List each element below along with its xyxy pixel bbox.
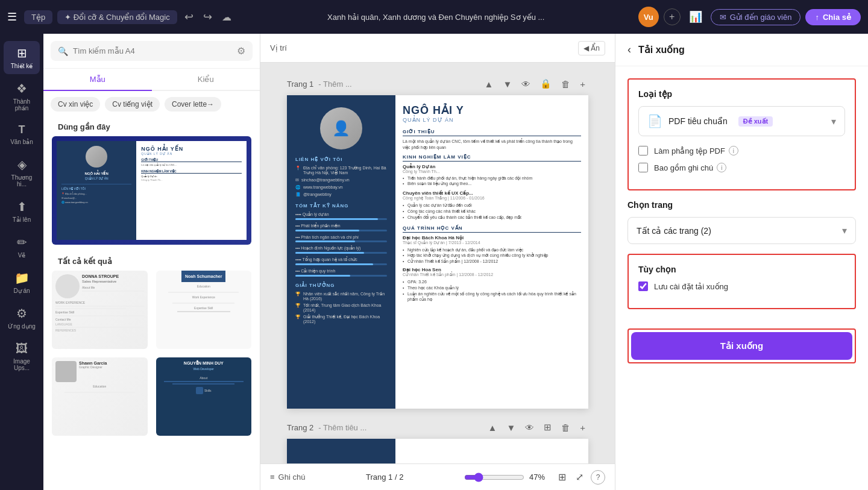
file-tab[interactable]: Tệp [24,10,52,24]
apps-icon: ⚙ [16,306,27,321]
sidebar-item-thiet-ke[interactable]: ⊞ Thiết kế [4,41,40,74]
template-item-shawn[interactable]: Shawn Garcia Graphic Designer Education [51,356,149,437]
page-select-dropdown[interactable]: Tất cả các trang (2) ▾ [627,217,856,244]
page-1-up-button[interactable]: ▲ [482,77,497,90]
fullscreen-button[interactable]: ⤢ [573,471,586,483]
template-item-noah[interactable]: Noah Schumacher Education Work Experienc… [155,269,253,350]
grid-view-button[interactable]: ⊞ [556,471,568,483]
template-preview-noah: Noah Schumacher Education Work Experienc… [156,271,252,349]
filter-icon[interactable]: ⚙ [237,45,245,57]
page-2-down-button[interactable]: ▼ [503,421,518,434]
sidebar-item-image-ups[interactable]: 🖼 Image Ups... [4,337,40,376]
download-panel-header: ‹ Tải xuống [615,34,868,66]
page-1-subtitle: - Thêm ... [318,80,351,89]
chip-cv-xin-viec[interactable]: Cv xin việc [51,97,100,112]
download-button[interactable]: Tải xuống [631,332,852,360]
edu-section: QUÁ TRÌNH HỌC VẤN Đại học Bách Khoa Hà N… [403,225,581,303]
file-type-name: PDF tiêu chuẩn [668,116,728,126]
page-2-preview-button[interactable]: 👁 [522,421,537,434]
back-button[interactable]: ‹ [627,43,631,56]
file-type-left: 📄 PDF tiêu chuẩn Đề xuất [647,114,773,128]
sidebar-item-van-ban[interactable]: T Văn bản [4,119,40,150]
notes-button[interactable]: ≡ Ghi chú [270,473,305,482]
share-button[interactable]: ↑ Chia sẻ [805,9,861,25]
chip-cover-letter[interactable]: Cover lette→ [165,97,221,112]
contact-website: 🌐 www.trangwebbay.vn [295,185,387,190]
all-templates: DONNA STROUPE Sales Representative About… [51,269,253,437]
flatten-info-icon[interactable]: i [729,146,738,155]
resume-awards-section: GIẢI THƯỞNG 🏆Nhân viên xuất sắc nhất năm… [295,283,387,324]
options-section: Tùy chọn Lưu cài đặt tải xuống [627,254,856,309]
search-box: 🔍 ⚙ [51,41,253,61]
save-settings-checkbox[interactable] [638,281,648,291]
avatar[interactable]: Vu [638,7,659,27]
resume-page-1[interactable]: 👤 LIÊN HỆ VỚI TÔI 📍 Địa chỉ văn phòng: 1… [287,95,588,409]
sidebar-item-ve[interactable]: ✏ Vẽ [4,230,40,263]
sidebar-item-thuong-hieu[interactable]: ◈ Thương hi... [4,152,40,192]
tab-kieu[interactable]: Kiểu [152,69,260,90]
page-2-delete-button[interactable]: 🗑 [558,421,573,434]
page-1-lock-button[interactable]: 🔒 [537,77,555,90]
send-to-teacher-button[interactable]: ✉ Gửi đến giáo viên [711,9,801,25]
tab-mau[interactable]: Mẫu [43,69,152,91]
flatten-pdf-checkbox[interactable] [638,146,648,155]
search-input[interactable] [73,46,232,55]
contact-email: ✉ sinchao@trangwebtiny.vn [295,178,387,183]
sidebar-item-du-an[interactable]: 📁 Dự án [4,266,40,299]
sidebar-item-tai-len[interactable]: ⬆ Tải lên [4,195,40,228]
notes-info-icon[interactable]: i [717,163,726,172]
add-account-button[interactable]: + [664,8,681,25]
file-type-dropdown[interactable]: 📄 PDF tiêu chuẩn Đề xuất ▾ [638,106,845,136]
social-icon: 📘 [295,192,301,197]
include-notes-checkbox[interactable] [638,163,648,172]
flatten-pdf-row: Làm phẳng tệp PDF i [638,146,845,155]
menu-icon[interactable]: ☰ [7,10,17,24]
chevron-down-icon: ▾ [831,116,836,127]
include-notes-label: Bao gồm ghi chú i [654,163,726,172]
file-type-section: Loại tệp 📄 PDF tiêu chuẩn Đề xuất ▾ Làm … [627,78,856,190]
canvas-area: Vị trí ◀ Ẩn Trang 1 - Thêm ... ▲ ▼ 👁 🔒 🗑 [260,34,615,490]
sidebar-item-ung-dung[interactable]: ⚙ Ứng dụng [4,301,40,335]
skill-bar-5 [295,263,387,265]
page-1-delete-button[interactable]: 🗑 [558,77,573,90]
page-2-label-row: Trang 2 - Thêm tiêu ... ▲ ▼ 👁 ⊞ 🗑 + [287,421,588,434]
hide-panel-button[interactable]: ◀ Ẩn [578,41,605,55]
template-item-recent[interactable]: NGÔ HẢI YẾN QUẢN LÝ DỰ ÁN LIÊN HỆ VỚI TÔ… [51,135,253,246]
bottom-bar: ≡ Ghi chú Trang 1 / 2 47% ⊞ ⤢ ? [260,463,615,490]
analytics-icon[interactable]: 📊 [685,10,706,24]
file-type-label: Loại tệp [638,89,845,99]
canvas-scroll[interactable]: Trang 1 - Thêm ... ▲ ▼ 👁 🔒 🗑 + [260,63,615,463]
redo-button[interactable]: ↪ [201,10,215,24]
page-2-duplicate-button[interactable]: ⊞ [541,421,555,434]
page-2-add-button[interactable]: + [577,421,588,434]
cloud-save-icon[interactable]: ☁ [219,11,234,23]
chip-cv-tieng-viet[interactable]: Cv tiếng việt [105,97,160,112]
flatten-pdf-label: Làm phẳng tệp PDF i [654,146,738,155]
email-icon: ✉ [295,178,299,183]
search-icon: 🔍 [58,46,68,56]
contact-social: 📘 @trangwebtiny [295,192,387,197]
page-1-add-button[interactable]: + [577,77,588,90]
template-item-donna[interactable]: DONNA STROUPE Sales Representative About… [51,269,149,350]
resume-sidebar: 👤 LIÊN HỆ VỚI TÔI 📍 Địa chỉ văn phòng: 1… [287,95,395,409]
help-button[interactable]: ? [591,470,605,485]
resume-skills-section: TÓM TẮT KỸ NĂNG •••• Quản lý dự án ••• P… [295,203,387,277]
magic-tab[interactable]: ✦ Đổi cỡ & Chuyển đổi Magic [57,10,177,24]
resume-page-2[interactable] [287,439,588,463]
page-1-preview-button[interactable]: 👁 [518,77,533,90]
contact-address: 📍 Địa chỉ văn phòng: 123 Trường Dinh, Ha… [295,166,387,175]
skill-bar-2 [295,230,387,231]
main-layout: ⊞ Thiết kế ❖ Thành phần T Văn bản ◈ Thươ… [0,34,868,490]
page-1-label-row: Trang 1 - Thêm ... ▲ ▼ 👁 🔒 🗑 + [287,77,588,90]
job2-section: Chuyên viên thiết kế UX Cấp... Công nghệ… [403,190,581,220]
template-item-nguyen[interactable]: NGUYỄN MINH DUY Web Developer About Skil… [155,356,253,437]
page-1-down-button[interactable]: ▼ [500,77,515,90]
recommended-badge: Đề xuất [738,116,773,127]
job1-title: Quản lý Dự án [403,164,581,169]
undo-button[interactable]: ↩ [182,10,196,24]
sidebar-item-thanh-phan[interactable]: ❖ Thành phần [4,77,40,116]
zoom-slider[interactable] [464,473,524,482]
contact-title: LIÊN HỆ VỚI TÔI [295,157,387,162]
recent-section-title: Dùng gần đây [51,118,253,135]
page-2-up-button[interactable]: ▲ [485,421,500,434]
